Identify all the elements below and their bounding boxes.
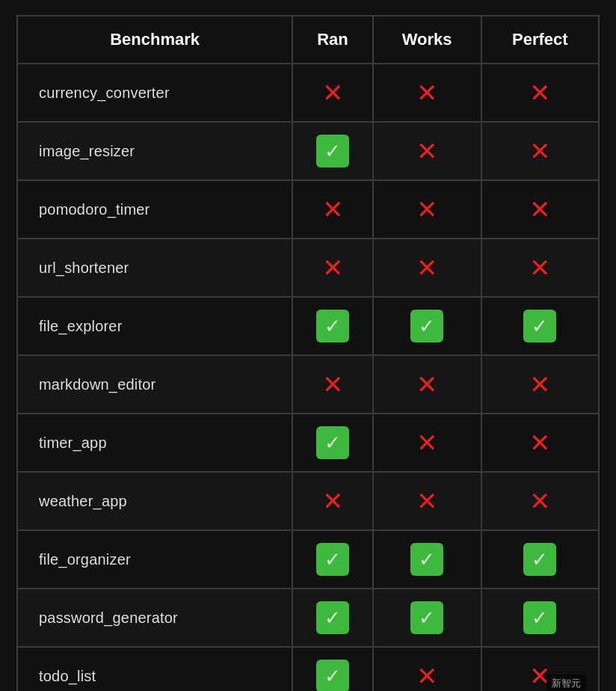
- works-cell: ✕: [373, 64, 481, 122]
- table-row: weather_app✕✕✕: [17, 472, 599, 530]
- perfect-cell: ✕: [481, 239, 599, 297]
- ran-cell: ✓: [292, 589, 373, 647]
- cross-icon: ✕: [316, 76, 349, 109]
- ran-cell: ✓: [292, 530, 373, 589]
- cross-icon: ✕: [316, 251, 349, 284]
- check-icon: ✓: [523, 543, 556, 576]
- table-row: markdown_editor✕✕✕: [17, 355, 599, 414]
- works-cell: ✕: [373, 122, 481, 180]
- ran-cell: ✕: [292, 239, 373, 297]
- ran-cell: ✕: [292, 180, 373, 239]
- benchmark-name: timer_app: [17, 414, 292, 472]
- cross-icon: ✕: [410, 251, 443, 284]
- cross-icon: ✕: [523, 485, 556, 518]
- perfect-cell: ✓: [481, 589, 599, 647]
- check-icon: ✓: [410, 543, 443, 576]
- benchmark-name: markdown_editor: [17, 355, 292, 414]
- check-icon: ✓: [316, 660, 349, 691]
- cross-icon: ✕: [410, 485, 443, 518]
- check-icon: ✓: [316, 426, 349, 459]
- main-container: Benchmark Ran Works Perfect currency_con…: [0, 0, 616, 691]
- benchmark-name: currency_converter: [17, 64, 292, 122]
- ran-cell: ✓: [292, 647, 373, 691]
- cross-icon: ✕: [523, 76, 556, 109]
- table-row: file_organizer✓✓✓: [17, 530, 599, 589]
- ran-cell: ✕: [292, 64, 373, 122]
- cross-icon: ✕: [523, 193, 556, 226]
- perfect-cell: ✓: [481, 530, 599, 589]
- cross-icon: ✕: [410, 76, 443, 109]
- benchmark-name: url_shortener: [17, 239, 292, 297]
- table-row: image_resizer✓✕✕: [17, 122, 599, 180]
- cross-icon: ✕: [410, 660, 443, 691]
- table-row: pomodoro_timer✕✕✕: [17, 180, 599, 239]
- benchmark-table: Benchmark Ran Works Perfect currency_con…: [16, 15, 600, 691]
- table-row: url_shortener✕✕✕: [17, 239, 599, 297]
- table-row: currency_converter✕✕✕: [17, 64, 599, 122]
- check-icon: ✓: [316, 543, 349, 576]
- table-row: password_generator✓✓✓: [17, 589, 599, 647]
- perfect-cell: ✓: [481, 297, 599, 355]
- perfect-cell: ✕: [481, 180, 599, 239]
- works-cell: ✕: [373, 472, 481, 530]
- ran-cell: ✓: [292, 122, 373, 180]
- perfect-cell: ✕: [481, 472, 599, 530]
- table-row: file_explorer✓✓✓: [17, 297, 599, 355]
- check-icon: ✓: [523, 310, 556, 343]
- watermark: 新智元: [546, 675, 586, 691]
- benchmark-name: image_resizer: [17, 122, 292, 180]
- works-cell: ✕: [373, 239, 481, 297]
- check-icon: ✓: [410, 601, 443, 634]
- ran-cell: ✕: [292, 355, 373, 414]
- header-benchmark: Benchmark: [17, 16, 292, 64]
- cross-icon: ✕: [523, 368, 556, 401]
- works-cell: ✕: [373, 647, 481, 691]
- header-perfect: Perfect: [481, 16, 599, 64]
- perfect-cell: ✕: [481, 122, 599, 180]
- header-works: Works: [373, 16, 481, 64]
- ran-cell: ✓: [292, 297, 373, 355]
- benchmark-name: todo_list: [17, 647, 292, 691]
- works-cell: ✕: [373, 355, 481, 414]
- check-icon: ✓: [410, 310, 443, 343]
- benchmark-name: file_explorer: [17, 297, 292, 355]
- check-icon: ✓: [523, 601, 556, 634]
- table-wrapper: Benchmark Ran Works Perfect currency_con…: [16, 15, 600, 691]
- benchmark-name: file_organizer: [17, 530, 292, 589]
- perfect-cell: ✕: [481, 355, 599, 414]
- table-header-row: Benchmark Ran Works Perfect: [17, 16, 599, 64]
- cross-icon: ✕: [410, 193, 443, 226]
- table-row: timer_app✓✕✕: [17, 414, 599, 472]
- benchmark-name: weather_app: [17, 472, 292, 530]
- cross-icon: ✕: [316, 193, 349, 226]
- works-cell: ✕: [373, 414, 481, 472]
- check-icon: ✓: [316, 601, 349, 634]
- table-row: todo_list✓✕✕: [17, 647, 599, 691]
- cross-icon: ✕: [316, 368, 349, 401]
- perfect-cell: ✕: [481, 414, 599, 472]
- cross-icon: ✕: [410, 368, 443, 401]
- ran-cell: ✕: [292, 472, 373, 530]
- cross-icon: ✕: [523, 426, 556, 459]
- perfect-cell: ✕: [481, 64, 599, 122]
- works-cell: ✓: [373, 589, 481, 647]
- works-cell: ✕: [373, 180, 481, 239]
- header-ran: Ran: [292, 16, 373, 64]
- cross-icon: ✕: [523, 135, 556, 168]
- cross-icon: ✕: [410, 135, 443, 168]
- benchmark-name: password_generator: [17, 589, 292, 647]
- check-icon: ✓: [316, 135, 349, 168]
- cross-icon: ✕: [410, 426, 443, 459]
- ran-cell: ✓: [292, 414, 373, 472]
- works-cell: ✓: [373, 530, 481, 589]
- benchmark-name: pomodoro_timer: [17, 180, 292, 239]
- cross-icon: ✕: [523, 251, 556, 284]
- cross-icon: ✕: [316, 485, 349, 518]
- works-cell: ✓: [373, 297, 481, 355]
- check-icon: ✓: [316, 310, 349, 343]
